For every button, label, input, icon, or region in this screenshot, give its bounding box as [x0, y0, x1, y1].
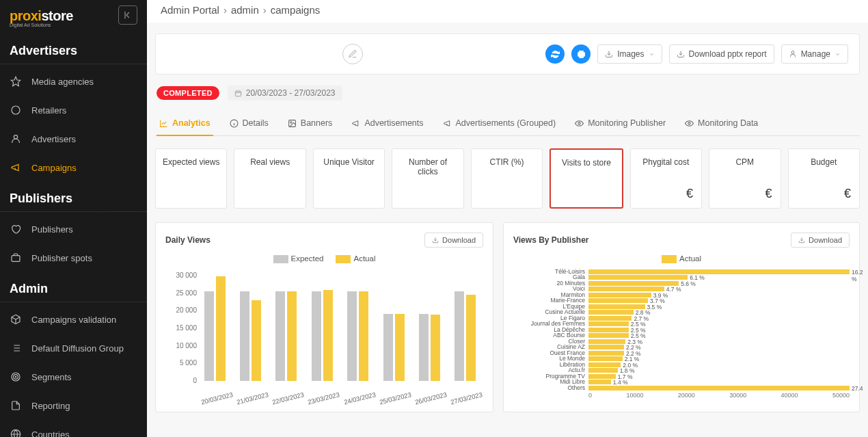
sidebar-item-label: Retailers — [31, 105, 66, 116]
kpi-value: € — [844, 187, 851, 201]
breadcrumb-item[interactable]: campaigns — [271, 4, 321, 16]
hbar-fill — [588, 269, 850, 274]
hbar-fill — [588, 380, 611, 384]
hbar-fill — [588, 339, 625, 344]
chevron-down-icon — [835, 51, 841, 57]
kpi-row: Expected viewsReal viewsUnique VisitorNu… — [155, 148, 860, 209]
tab-label: Monitoring Data — [698, 118, 758, 128]
sidebar-item-retailers[interactable]: Retailers — [0, 96, 147, 124]
sidebar-item-label: Reporting — [31, 401, 70, 411]
kpi-label: CPM — [716, 157, 773, 167]
campaign-header: Images Download pptx report Manage — [155, 34, 860, 75]
sidebar-item-campaigns[interactable]: Campaigns — [0, 153, 147, 182]
edit-button[interactable] — [342, 44, 363, 64]
sidebar-item-countries[interactable]: Countries — [0, 420, 147, 437]
hbar-fill — [588, 287, 664, 291]
bar-actual — [323, 290, 333, 381]
svg-marker-0 — [11, 77, 20, 85]
tab-advertisements-grouped-[interactable]: Advertisements (Grouped) — [440, 113, 559, 136]
tab-monitoring-publisher[interactable]: Monitoring Publisher — [572, 113, 668, 136]
download-button[interactable]: Download — [424, 233, 483, 248]
sidebar-item-default-diffusion-group[interactable]: Default Diffusion Group — [0, 334, 147, 362]
hbar-row: ABC Bourse2.5 % — [588, 332, 850, 339]
panel-title: Views By Publisher — [513, 235, 589, 245]
kpi-label: Expected views — [163, 157, 219, 167]
hbar-fill — [588, 356, 623, 361]
hbar-fill — [588, 316, 632, 321]
sidebar-collapse-button[interactable] — [118, 5, 137, 25]
sidebar-item-reporting[interactable]: Reporting — [0, 391, 147, 420]
hbar-fill — [588, 328, 629, 332]
status-badge: COMPLETED — [157, 86, 219, 100]
sidebar-item-label: Advertisers — [31, 134, 76, 144]
hbar-label: Others — [513, 385, 585, 391]
hbar-fill — [588, 304, 645, 309]
sidebar-item-label: Campaigns validation — [31, 315, 116, 325]
kpi-card: Number of clicks — [392, 148, 463, 209]
kpi-card: Expected views — [155, 148, 227, 209]
bar-expected — [312, 291, 321, 381]
tab-advertisements[interactable]: Advertisements — [349, 113, 426, 136]
refresh-button[interactable] — [545, 44, 565, 64]
kpi-label: CTIR (%) — [478, 157, 535, 167]
eye-icon — [575, 119, 584, 128]
hbar-pct: 4.7 % — [666, 286, 681, 293]
sidebar-item-media-agencies[interactable]: Media agencies — [0, 67, 147, 96]
tab-label: Monitoring Publisher — [588, 118, 666, 128]
bar-expected — [204, 291, 214, 381]
kpi-card: CTIR (%) — [471, 148, 543, 209]
download-button[interactable]: Download — [791, 233, 850, 248]
hbar-row: Libération2.0 % — [588, 362, 850, 368]
chart-icon — [159, 119, 168, 128]
eye-icon — [685, 119, 694, 128]
breadcrumb-item[interactable]: admin — [231, 4, 259, 16]
hbar-row: Ouest France2.2 % — [588, 350, 850, 356]
sidebar: proxistore Digital Ad Solutions Advertis… — [0, 0, 147, 437]
tab-banners[interactable]: Banners — [285, 113, 336, 136]
bar-actual — [287, 291, 297, 381]
breadcrumb: Admin Portal › admin › campaigns — [147, 0, 868, 23]
chart-legend: Expected Actual — [165, 254, 483, 263]
breadcrumb-item[interactable]: Admin Portal — [161, 4, 219, 16]
hbar-fill — [588, 351, 624, 356]
sidebar-item-label: Segments — [31, 372, 72, 382]
sidebar-section-title: Advertisers — [0, 34, 147, 64]
bar-expected — [419, 314, 429, 381]
tab-monitoring-data[interactable]: Monitoring Data — [682, 113, 761, 136]
sidebar-item-label: Default Diffusion Group — [31, 343, 124, 354]
sidebar-item-publisher-spots[interactable]: Publisher spots — [0, 243, 147, 272]
kpi-value: € — [765, 187, 772, 201]
tab-details[interactable]: Details — [227, 113, 271, 136]
images-dropdown[interactable]: Images — [597, 44, 662, 64]
chart-legend: Actual — [513, 254, 850, 263]
bar-expected — [455, 291, 464, 381]
kpi-card: CPM€ — [709, 148, 781, 209]
bar-actual — [431, 315, 440, 381]
hbar-row: 20 Minutes5.6 % — [588, 280, 850, 287]
hbar-fill — [588, 293, 651, 297]
hbar-fill — [588, 374, 616, 379]
hbar-row: Voici4.7 % — [588, 286, 850, 292]
date-range-chip[interactable]: 20/03/2023 - 27/03/2023 — [228, 85, 342, 101]
user-icon — [10, 133, 22, 145]
megaphone-icon — [10, 161, 22, 174]
sidebar-item-publishers[interactable]: Publishers — [0, 215, 147, 243]
download-report-button[interactable]: Download pptx report — [669, 44, 774, 64]
bar-actual — [466, 295, 476, 381]
print-button[interactable] — [571, 44, 591, 64]
kpi-label: Unique Visitor — [321, 157, 377, 167]
bar-expected — [347, 291, 357, 381]
sidebar-item-advertisers[interactable]: Advertisers — [0, 124, 147, 153]
svg-rect-11 — [235, 91, 241, 96]
hbar-pct: 27.4 — [852, 385, 863, 392]
info-icon — [230, 119, 239, 128]
hbar-fill — [588, 310, 634, 315]
hbar-row: L'Equipe3.5 % — [588, 304, 850, 310]
tab-label: Advertisements (Grouped) — [456, 118, 556, 128]
chevron-right-icon: › — [223, 4, 227, 16]
sidebar-item-campaigns-validation[interactable]: Campaigns validation — [0, 305, 147, 334]
manage-dropdown[interactable]: Manage — [781, 44, 848, 64]
bar-actual — [252, 300, 261, 381]
sidebar-item-segments[interactable]: Segments — [0, 362, 147, 391]
tab-analytics[interactable]: Analytics — [157, 113, 213, 136]
